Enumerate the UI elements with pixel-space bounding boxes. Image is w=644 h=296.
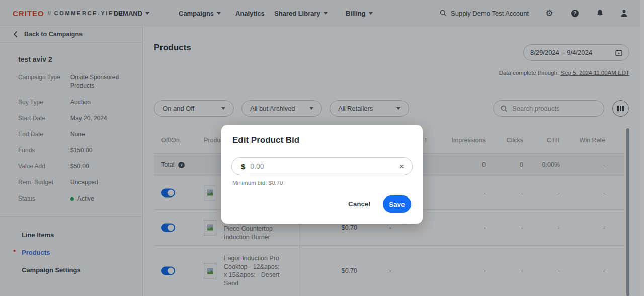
cancel-button[interactable]: Cancel xyxy=(348,200,370,208)
clear-icon[interactable]: ✕ xyxy=(399,163,405,170)
minimum-bid-note: Minimum bid: $0.70 xyxy=(232,180,283,186)
bid-input[interactable]: $ 0.00 ✕ xyxy=(231,157,413,175)
edit-product-bid-modal: Edit Product Bid $ 0.00 ✕ Minimum bid: $… xyxy=(221,125,423,224)
window-scrollbar-track[interactable] xyxy=(640,0,644,296)
save-button[interactable]: Save xyxy=(383,195,411,213)
currency-symbol: $ xyxy=(241,162,245,171)
modal-title: Edit Product Bid xyxy=(232,135,299,145)
app-screen: CRITEO // COMMERCE-YIELD DEMAND Campaign… xyxy=(0,0,644,296)
bid-input-placeholder: 0.00 xyxy=(250,162,264,170)
